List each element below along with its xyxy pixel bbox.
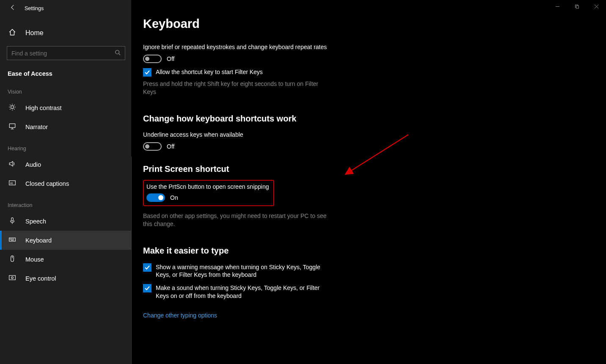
underline-label: Underline access keys when available [143, 131, 606, 138]
nav-label: Audio [25, 161, 41, 168]
scroll-divider [131, 157, 132, 364]
other-typing-link[interactable]: Change other typing options [143, 312, 217, 319]
sidebar-item-narrator[interactable]: Narrator [0, 117, 131, 136]
eye-icon [8, 274, 18, 283]
back-button[interactable] [8, 4, 17, 12]
svg-rect-16 [11, 218, 14, 221]
filter-shortcut-desc: Press and hold the right Shift key for e… [143, 80, 329, 96]
underline-toggle[interactable] [143, 142, 162, 151]
nav-label: Eye control [25, 275, 56, 282]
svg-rect-18 [9, 238, 16, 241]
sun-icon [8, 103, 18, 112]
nav-label: Speech [25, 218, 46, 225]
type-heading: Make it easier to type [143, 246, 606, 256]
sidebar-home-label: Home [25, 29, 44, 37]
prtscr-desc: Based on other app settings, you might n… [143, 212, 329, 228]
prtscr-heading: Print Screen shortcut [143, 164, 606, 174]
underline-state: Off [167, 143, 174, 150]
warn-checkbox-label: Show a warning message when turning on S… [156, 263, 329, 279]
filter-keys-state: Off [167, 55, 174, 62]
group-interaction: Interaction [0, 193, 131, 212]
sidebar-item-keyboard[interactable]: Keyboard [0, 231, 131, 250]
filter-shortcut-checkbox[interactable] [143, 68, 152, 77]
sidebar-item-closed-captions[interactable]: cc Closed captions [0, 174, 131, 193]
sidebar-item-mouse[interactable]: Mouse [0, 250, 131, 269]
nav-label: Closed captions [25, 180, 69, 187]
filter-shortcut-checkbox-label: Allow the shortcut key to start Filter K… [156, 68, 263, 76]
keyboard-icon [8, 236, 18, 245]
minimize-button[interactable] [548, 0, 567, 13]
sidebar-item-audio[interactable]: Audio [0, 155, 131, 174]
prtscr-toggle[interactable] [146, 193, 165, 202]
microphone-icon [8, 217, 18, 226]
svg-text:cc: cc [10, 182, 13, 185]
sidebar-home[interactable]: Home [0, 24, 131, 42]
group-vision: Vision [0, 80, 131, 98]
nav-label: Keyboard [25, 237, 52, 244]
svg-line-7 [10, 105, 11, 105]
sound-checkbox[interactable] [143, 284, 152, 292]
svg-rect-29 [576, 6, 578, 8]
mouse-icon [8, 255, 18, 264]
search-icon [115, 50, 121, 57]
svg-rect-11 [9, 124, 15, 127]
sidebar-item-high-contrast[interactable]: High contrast [0, 98, 131, 117]
close-button[interactable] [587, 0, 606, 13]
captions-icon: cc [8, 179, 18, 188]
sidebar: Settings Home Ease of Access Vision High… [0, 0, 131, 364]
group-hearing: Hearing [0, 136, 131, 155]
nav-label: Mouse [25, 256, 44, 263]
nav-label: Narrator [25, 124, 48, 130]
warn-checkbox[interactable] [143, 263, 152, 272]
svg-line-8 [14, 109, 15, 110]
svg-point-26 [11, 277, 14, 279]
svg-line-10 [14, 105, 15, 105]
svg-line-9 [10, 109, 11, 110]
search-box[interactable] [7, 46, 125, 60]
svg-point-2 [11, 106, 14, 109]
svg-rect-25 [9, 276, 16, 280]
home-icon [8, 28, 18, 38]
prtscr-label: Use the PrtScn button to open screen sni… [146, 183, 269, 190]
shortcuts-heading: Change how keyboard shortcuts work [143, 114, 606, 124]
speaker-icon [8, 160, 18, 169]
highlight-annotation: Use the PrtScn button to open screen sni… [143, 180, 274, 206]
sidebar-item-speech[interactable]: Speech [0, 212, 131, 231]
search-input[interactable] [11, 50, 115, 57]
page-title: Keyboard [143, 17, 606, 31]
maximize-button[interactable] [567, 0, 587, 13]
svg-line-1 [119, 54, 121, 55]
prtscr-state: On [170, 194, 178, 201]
sound-checkbox-label: Make a sound when turning Sticky Keys, T… [156, 284, 329, 300]
sidebar-category: Ease of Access [0, 66, 131, 80]
filter-keys-toggle[interactable] [143, 55, 162, 63]
svg-point-0 [116, 50, 119, 54]
window-title: Settings [25, 6, 44, 11]
filter-keys-label: Ignore brief or repeated keystrokes and … [143, 44, 606, 50]
main-content: Keyboard Ignore brief or repeated keystr… [131, 0, 606, 364]
nav-label: High contrast [25, 105, 61, 111]
sidebar-item-eye-control[interactable]: Eye control [0, 269, 131, 288]
narrator-icon [8, 122, 18, 131]
